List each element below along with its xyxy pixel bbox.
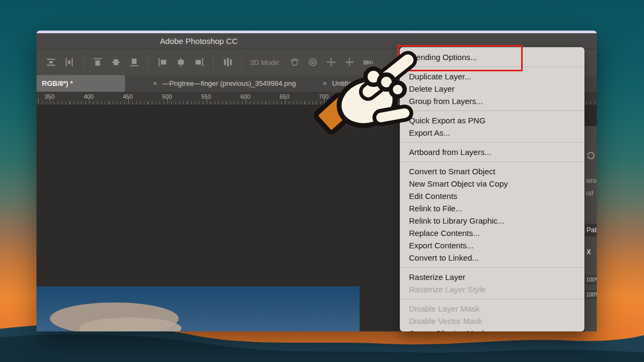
toolbar-divider — [213, 54, 214, 70]
panel-text-fragment: wro — [585, 177, 597, 184]
menu-divider — [400, 110, 584, 111]
menu-item[interactable]: Quick Export as PNG — [400, 114, 584, 127]
tab-paths[interactable]: Path — [585, 224, 597, 237]
context-menu: Blending Options...Duplicate Layer...Del… — [400, 47, 584, 331]
menu-item[interactable]: Group from Layers... — [400, 95, 584, 107]
3d-mode-label: 3D Mode: — [250, 58, 280, 67]
menu-item[interactable]: Export Contents... — [400, 239, 584, 252]
menu-item[interactable]: New Smart Object via Copy — [400, 178, 584, 190]
menu-item[interactable]: Create Clipping Mask — [400, 327, 584, 331]
menu-divider — [400, 267, 584, 268]
toolbar-divider — [83, 54, 84, 70]
align-center-icon[interactable] — [174, 55, 188, 69]
ruler-tick-label: 550 — [201, 93, 211, 100]
align-top-icon[interactable] — [91, 55, 105, 69]
toolbar-divider — [148, 54, 149, 70]
blend-mode-fragment: X — [585, 248, 597, 256]
menu-item[interactable]: Relink to File... — [400, 202, 584, 215]
distribute-horizontal-icon[interactable] — [62, 55, 76, 69]
menu-item: Rasterize Layer Style — [400, 283, 584, 295]
opacity-value[interactable]: 100% — [585, 275, 597, 284]
toolbar-divider — [241, 54, 242, 70]
document-photo[interactable] — [36, 286, 360, 331]
menu-item[interactable]: Edit Contents — [400, 190, 584, 202]
align-right-icon[interactable] — [192, 55, 206, 69]
menu-item[interactable]: Convert to Linked... — [400, 252, 584, 264]
menu-item[interactable]: Duplicate Layer... — [400, 70, 584, 83]
align-bottom-icon[interactable] — [127, 55, 141, 69]
tab-active-document[interactable]: RGB/8*) * — [36, 75, 125, 92]
window-title: Adobe Photoshop CC — [117, 33, 281, 49]
ruler-tick-label: 350 — [45, 93, 54, 100]
ruler-tick-label: 600 — [240, 93, 250, 100]
ruler-tick-label: 400 — [84, 93, 93, 100]
menu-divider — [400, 142, 584, 143]
pointing-hand-icon — [313, 51, 427, 137]
desktop: Adobe Photoshop CC 3D Mode: RGB/8*) * ×—… — [0, 0, 644, 362]
align-left-icon[interactable] — [156, 55, 170, 69]
close-tab-icon[interactable]: × — [153, 79, 157, 87]
menu-item[interactable]: Delete Layer — [400, 83, 584, 95]
orbit-3d-icon[interactable] — [288, 55, 302, 69]
menu-divider — [400, 161, 584, 162]
menu-item[interactable]: Relink to Library Graphic... — [400, 215, 584, 227]
panel-text-fragment: ud — [585, 189, 597, 197]
menu-item: Disable Vector Mask — [400, 315, 584, 327]
cloud-sync-icon[interactable] — [585, 151, 597, 162]
document-tab[interactable]: ×—Pngtree—finger (previous)_3549984.png — [153, 79, 296, 87]
ruler-tick-label: 450 — [123, 93, 133, 100]
distribute-columns-icon[interactable] — [221, 55, 235, 69]
distribute-vertical-icon[interactable] — [44, 55, 58, 69]
menu-item: Disable Layer Mask — [400, 302, 584, 315]
fill-value[interactable]: 100% — [585, 290, 597, 299]
menu-item[interactable]: Export As... — [400, 127, 584, 139]
menu-item[interactable]: Artboard from Layers... — [400, 146, 584, 158]
menu-item[interactable]: Convert to Smart Object — [400, 165, 584, 178]
menu-item[interactable]: Rasterize Layer — [400, 271, 584, 283]
ruler-tick-label: 500 — [162, 93, 172, 100]
tab-label: —Pngtree—finger (previous)_3549984.png — [163, 79, 296, 87]
right-panel-sliver: wro ud Path X 100% 100% — [584, 126, 597, 331]
menu-item[interactable]: Replace Contents... — [400, 227, 584, 239]
menu-divider — [400, 299, 584, 299]
align-middle-icon[interactable] — [109, 55, 123, 69]
ruler-tick-label: 650 — [280, 93, 289, 100]
